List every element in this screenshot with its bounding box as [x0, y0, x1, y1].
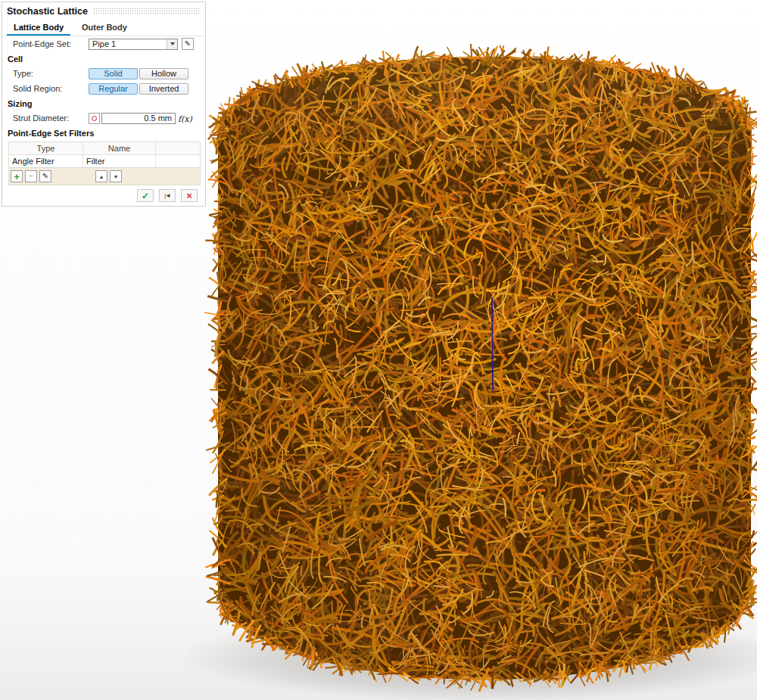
strut-diameter-constraint-button[interactable]: [89, 113, 100, 124]
tab-lattice-body[interactable]: Lattice Body: [7, 21, 70, 36]
check-icon: ✓: [142, 191, 149, 201]
move-down-button[interactable]: ▼: [110, 170, 122, 182]
edit-set-button[interactable]: ✎: [182, 38, 194, 50]
edit-icon: ✎: [185, 40, 191, 48]
filters-group: Type Name Angle Filter Filter + −: [8, 142, 201, 185]
dialog-header: Stochastic Lattice: [2, 2, 205, 18]
tab-outer-body[interactable]: Outer Body: [75, 21, 134, 36]
filters-toolbar: + − ✎ ▲ ▼: [9, 168, 200, 183]
table-row[interactable]: Angle Filter Filter: [9, 155, 200, 167]
cancel-button[interactable]: ×: [181, 189, 198, 202]
edit-icon: ✎: [42, 173, 48, 180]
cell-type-toggle: Solid Hollow: [89, 68, 188, 79]
solid-region-row: Solid Region: Regular Inverted: [2, 81, 205, 96]
column-header-extra: [156, 142, 200, 154]
column-header-type[interactable]: Type: [9, 142, 83, 154]
filters-table: Type Name Angle Filter Filter: [9, 142, 200, 168]
filter-name-cell: Filter: [83, 155, 156, 167]
strut-diameter-input[interactable]: [101, 113, 176, 124]
point-edge-set-value: Pipe 1: [89, 39, 167, 48]
filter-extra-cell: [156, 155, 200, 167]
cell-type-label: Type:: [13, 69, 89, 78]
column-header-name[interactable]: Name: [83, 142, 156, 154]
strut-diameter-label: Strut Diameter:: [13, 114, 89, 123]
filter-type-cell: Angle Filter: [9, 155, 83, 167]
tab-bar: Lattice Body Outer Body: [2, 18, 205, 36]
add-filter-button[interactable]: +: [11, 170, 23, 182]
point-edge-set-label: Point-Edge Set:: [13, 39, 89, 48]
cancel-icon: ×: [186, 190, 192, 201]
filters-table-header: Type Name: [9, 142, 200, 155]
arrow-down-icon: ▼: [114, 174, 119, 179]
remove-filter-button[interactable]: −: [25, 170, 37, 182]
stochastic-lattice-dialog: Stochastic Lattice Lattice Body Outer Bo…: [2, 2, 206, 207]
solid-region-inverted-button[interactable]: Inverted: [139, 83, 188, 95]
cell-type-row: Type: Solid Hollow: [2, 66, 205, 81]
required-dot-icon: [92, 116, 97, 121]
arrow-up-icon: ▲: [99, 174, 104, 179]
solid-region-regular-button[interactable]: Regular: [89, 83, 138, 95]
move-up-button[interactable]: ▲: [95, 170, 107, 182]
formula-button[interactable]: f(x): [178, 113, 192, 124]
sizing-section-header: Sizing: [2, 96, 205, 110]
solid-region-toggle: Regular Inverted: [89, 83, 188, 95]
chevron-down-icon[interactable]: [167, 39, 177, 49]
dialog-title: Stochastic Lattice: [7, 6, 88, 17]
plus-icon: +: [14, 172, 20, 182]
cell-section-header: Cell: [2, 51, 205, 66]
reset-icon: |◄: [164, 192, 170, 199]
minus-icon: −: [29, 173, 33, 180]
cell-type-hollow-button[interactable]: Hollow: [139, 68, 188, 79]
solid-region-label: Solid Region:: [13, 84, 89, 93]
reset-button[interactable]: |◄: [159, 189, 176, 202]
cell-type-solid-button[interactable]: Solid: [89, 68, 138, 79]
point-edge-set-row: Point-Edge Set: Pipe 1 ✎: [2, 36, 205, 51]
strut-diameter-row: Strut Diameter: f(x): [2, 110, 205, 126]
dialog-drag-handle[interactable]: [93, 8, 200, 14]
filters-section-header: Point-Edge Set Filters: [2, 126, 205, 140]
edit-filter-button[interactable]: ✎: [39, 170, 51, 182]
ok-button[interactable]: ✓: [137, 189, 154, 202]
fx-icon: f(x): [178, 114, 192, 124]
dialog-actions: ✓ |◄ ×: [2, 185, 205, 204]
point-edge-set-combo[interactable]: Pipe 1: [89, 39, 178, 50]
